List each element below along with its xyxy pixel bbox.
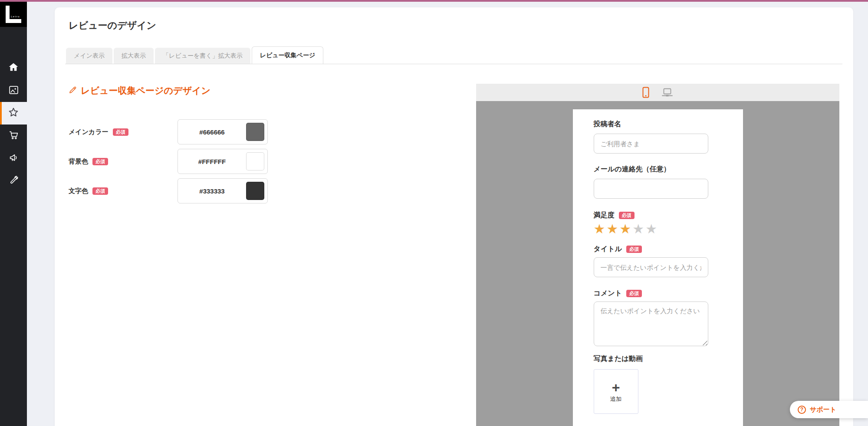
main-color-label: メインカラー: [69, 128, 108, 136]
required-badge: 必須: [626, 290, 642, 297]
star-icon: [8, 107, 19, 120]
photo-video-label: 写真または動画: [594, 355, 743, 362]
preview-panel: 投稿者名 メールの連絡先（任意） 満足度 必須 ★★★★★ タイトル 必須: [476, 84, 839, 426]
sidebar-nav: [0, 57, 27, 192]
review-title-input[interactable]: [594, 257, 708, 277]
comment-textarea-wrap: [594, 301, 708, 346]
comment-label: コメント: [594, 290, 622, 297]
star-empty-icon[interactable]: ★: [645, 222, 658, 236]
add-media-label: 追加: [610, 395, 621, 403]
support-button[interactable]: ? サポート: [790, 401, 868, 418]
text-color-swatch: [246, 182, 264, 200]
section-heading-text: レビュー収集ページのデザイン: [81, 85, 210, 97]
sidebar-item-home[interactable]: [0, 57, 27, 79]
required-badge: 必須: [626, 246, 642, 253]
active-indicator-bar: [0, 102, 2, 125]
main-color-field-row: メインカラー 必須: [69, 119, 268, 144]
main-color-picker[interactable]: [178, 119, 268, 144]
poster-name-input[interactable]: [594, 134, 708, 154]
image-icon: [8, 85, 19, 97]
support-label: サポート: [810, 406, 836, 414]
tab-bar: メイン表示 拡大表示 「レビューを書く」拡大表示 レビュー収集ページ: [66, 46, 323, 64]
comment-label-row: コメント 必須: [594, 289, 743, 298]
design-form: メインカラー 必須 背景色 必須 文字色 必須: [69, 119, 268, 208]
text-color-hex-input[interactable]: [178, 187, 246, 195]
add-media-tile[interactable]: + 追加: [594, 369, 638, 414]
required-badge: 必須: [113, 128, 128, 136]
required-badge: 必須: [92, 187, 108, 195]
text-color-label: 文字色: [69, 187, 88, 195]
sidebar-item-settings[interactable]: [0, 170, 27, 192]
main-color-hex-input[interactable]: [178, 128, 246, 136]
pencil-icon: [69, 85, 77, 96]
tabs-underline: [65, 64, 842, 64]
text-color-field-row: 文字色 必須: [69, 178, 268, 203]
home-icon: [8, 62, 19, 75]
background-color-picker[interactable]: [178, 149, 268, 174]
star-empty-icon[interactable]: ★: [632, 222, 645, 236]
background-color-hex-input[interactable]: [178, 158, 246, 165]
tab-review-collection-page[interactable]: レビュー収集ページ: [252, 46, 324, 64]
title-label-row: タイトル 必須: [594, 245, 743, 253]
email-contact-input[interactable]: [594, 179, 708, 199]
sidebar-item-images[interactable]: [0, 79, 27, 102]
text-color-picker[interactable]: [178, 178, 268, 203]
background-color-label: 背景色: [69, 157, 88, 166]
comment-textarea[interactable]: [594, 301, 708, 346]
tab-main-display[interactable]: メイン表示: [66, 48, 112, 64]
star-filled-icon[interactable]: ★: [594, 222, 607, 236]
top-accent-strip: [0, 0, 868, 2]
required-badge: 必須: [619, 212, 635, 219]
cart-icon: [8, 130, 19, 142]
letro-logo-mark: Letro: [6, 6, 21, 23]
tab-write-review-enlarged[interactable]: 「レビューを書く」拡大表示: [155, 48, 250, 64]
review-title-label: タイトル: [594, 246, 622, 252]
preview-device-toggle: [476, 84, 839, 101]
review-form-preview-card: 投稿者名 メールの連絡先（任意） 満足度 必須 ★★★★★ タイトル 必須: [573, 109, 743, 426]
letro-logo[interactable]: Letro: [0, 2, 27, 27]
star-filled-icon[interactable]: ★: [606, 222, 619, 236]
email-contact-label: メールの連絡先（任意）: [594, 166, 743, 173]
laptop-icon[interactable]: [661, 88, 673, 97]
sidebar-item-reviews[interactable]: [0, 102, 27, 125]
smartphone-icon[interactable]: [642, 87, 649, 98]
satisfaction-label-row: 満足度 必須: [594, 211, 743, 220]
letro-logo-text: Letro: [11, 15, 20, 18]
wrench-icon: [9, 175, 19, 187]
required-badge: 必須: [92, 158, 108, 165]
preview-background: 投稿者名 メールの連絡先（任意） 満足度 必須 ★★★★★ タイトル 必須: [476, 101, 839, 426]
question-circle-icon: ?: [798, 406, 806, 414]
satisfaction-label: 満足度: [594, 212, 615, 219]
star-filled-icon[interactable]: ★: [619, 222, 632, 236]
sidebar: Letro: [0, 2, 27, 426]
poster-name-label: 投稿者名: [594, 121, 743, 128]
page-title: レビューのデザイン: [69, 19, 156, 32]
sidebar-item-campaigns[interactable]: [0, 147, 27, 170]
background-color-field-row: 背景色 必須: [69, 149, 268, 174]
star-rating[interactable]: ★★★★★: [594, 223, 743, 236]
background-color-swatch: [246, 152, 264, 170]
section-heading: レビュー収集ページのデザイン: [69, 85, 210, 97]
main-content-card: レビューのデザイン メイン表示 拡大表示 「レビューを書く」拡大表示 レビュー収…: [55, 7, 853, 426]
tab-enlarged-display[interactable]: 拡大表示: [114, 48, 154, 64]
sidebar-item-shop[interactable]: [0, 125, 27, 147]
main-color-swatch: [246, 123, 264, 141]
plus-icon: +: [612, 380, 620, 394]
megaphone-icon: [8, 152, 19, 165]
